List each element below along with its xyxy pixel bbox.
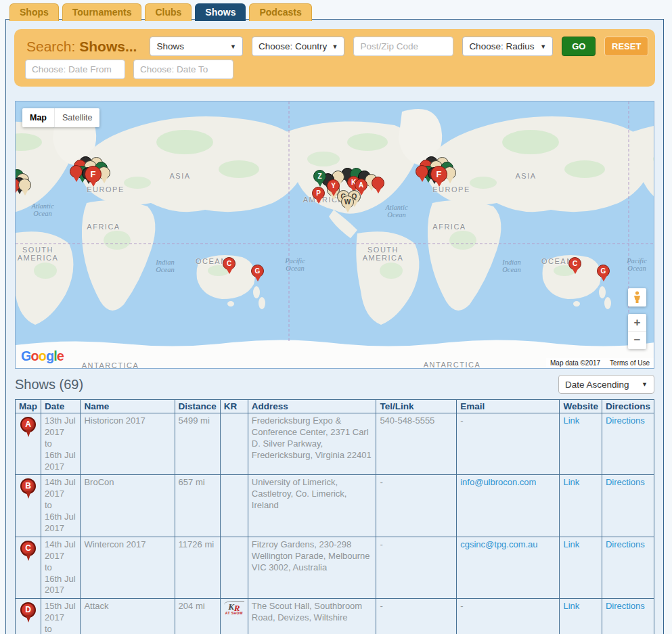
map-marker-a[interactable]: A bbox=[355, 179, 367, 191]
tab-shops[interactable]: Shops bbox=[9, 3, 59, 21]
show-distance: 11726 mi bbox=[175, 537, 220, 598]
map-marker-p[interactable]: P bbox=[312, 187, 325, 200]
terms-of-use-link[interactable]: Terms of Use bbox=[610, 359, 650, 367]
map-marker-f[interactable]: F bbox=[430, 166, 447, 183]
column-header-website: Website bbox=[560, 400, 602, 413]
show-tel: - bbox=[376, 537, 457, 598]
map-marker-w[interactable]: W bbox=[341, 196, 354, 208]
map-marker-z[interactable]: Z bbox=[313, 170, 326, 183]
reset-button[interactable]: RESET bbox=[604, 37, 648, 56]
map-attribution: Map data ©2017 bbox=[550, 359, 600, 367]
column-header-distance: Distance bbox=[175, 400, 220, 413]
main-container: Search: Shows... Shows▼ Choose: Country▼… bbox=[5, 19, 664, 634]
kr-at-show-logo: KRAT SHOW bbox=[224, 601, 244, 615]
email-link[interactable]: cgsinc@tpg.com.au bbox=[460, 539, 537, 549]
map-marker[interactable] bbox=[416, 165, 428, 178]
shows-heading: Shows (69) bbox=[15, 377, 83, 392]
show-address: Fitzroy Gardens, 230-298 Wellington Para… bbox=[248, 537, 376, 598]
tab-clubs[interactable]: Clubs bbox=[145, 3, 192, 21]
country-select[interactable]: Choose: Country▼ bbox=[252, 37, 344, 56]
show-email[interactable]: cgsinc@tpg.com.au bbox=[457, 537, 560, 598]
show-date: 15th Jul 2017to16th Jul 2017 bbox=[41, 599, 81, 634]
show-tel: - bbox=[376, 599, 457, 634]
show-distance: 204 mi bbox=[175, 599, 220, 634]
map-view-button[interactable]: Map bbox=[22, 108, 54, 127]
row-pin-c[interactable]: C bbox=[20, 541, 36, 556]
tab-podcasts[interactable]: Podcasts bbox=[249, 3, 311, 21]
directions-link[interactable]: Directions bbox=[606, 601, 645, 611]
map-marker-g[interactable]: G bbox=[597, 265, 610, 277]
column-header-tel-link: Tel/Link bbox=[376, 400, 457, 413]
pegman-icon bbox=[633, 291, 642, 304]
website-link[interactable]: Link bbox=[563, 539, 579, 549]
column-header-name: Name bbox=[81, 400, 175, 413]
directions-link[interactable]: Directions bbox=[606, 477, 645, 487]
map-marker[interactable] bbox=[18, 179, 31, 191]
type-select[interactable]: Shows▼ bbox=[150, 37, 242, 56]
kr-cell: KRAT SHOW bbox=[220, 599, 248, 634]
map-marker-g[interactable]: G bbox=[251, 265, 264, 277]
date-to-input[interactable] bbox=[133, 60, 233, 79]
pegman-control[interactable] bbox=[628, 288, 646, 307]
kr-cell bbox=[220, 475, 248, 537]
chevron-down-icon: ▼ bbox=[540, 43, 546, 50]
column-header-directions: Directions bbox=[602, 400, 654, 413]
table-row: C14th Jul 2017to16th Jul 2017Wintercon 2… bbox=[16, 537, 654, 598]
website-link[interactable]: Link bbox=[563, 477, 579, 487]
show-name: Historicon 2017 bbox=[81, 413, 175, 475]
table-header-row: MapDateNameDistanceKRAddressTel/LinkEmai… bbox=[16, 400, 654, 413]
search-title: Search: Shows... bbox=[26, 39, 137, 55]
go-button[interactable]: GO bbox=[562, 37, 596, 56]
email-link[interactable]: info@ulbrocon.com bbox=[460, 477, 536, 487]
table-body: A13th Jul 2017to16th Jul 2017Historicon … bbox=[16, 413, 654, 634]
row-pin-a[interactable]: A bbox=[20, 417, 36, 432]
map-marker[interactable] bbox=[372, 177, 384, 189]
table-row: D15th Jul 2017to16th Jul 2017Attack204 m… bbox=[16, 599, 654, 634]
zoom-out-button[interactable]: − bbox=[628, 332, 646, 349]
row-pin-b[interactable]: B bbox=[20, 478, 36, 494]
map-marker-c[interactable]: C bbox=[223, 257, 236, 270]
column-header-kr: KR bbox=[220, 400, 248, 413]
directions-link[interactable]: Directions bbox=[606, 415, 645, 426]
kr-cell bbox=[220, 537, 248, 598]
map-type-control: Map Satellite bbox=[22, 108, 99, 127]
column-header-map: Map bbox=[16, 400, 41, 413]
row-pin-d[interactable]: D bbox=[20, 602, 36, 618]
show-address: The Scout Hall, Southbroom Road, Devizes… bbox=[248, 599, 376, 634]
show-address: Fredericksburg Expo & Conference Center,… bbox=[248, 413, 376, 475]
chevron-down-icon: ▼ bbox=[332, 43, 338, 50]
map[interactable]: EUROPEASIAAFRICAAtlantic OceanSOUTH AMER… bbox=[15, 101, 654, 369]
directions-link[interactable]: Directions bbox=[606, 539, 645, 549]
zoom-in-button[interactable]: + bbox=[628, 314, 646, 332]
sort-select[interactable]: Date Ascending▼ bbox=[558, 375, 654, 394]
map-marker-y[interactable]: Y bbox=[327, 179, 340, 192]
show-email[interactable]: info@ulbrocon.com bbox=[457, 475, 560, 537]
tab-bar: ShopsTournamentsClubsShowsPodcasts bbox=[9, 3, 312, 21]
radius-select[interactable]: Choose: Radius▼ bbox=[462, 37, 553, 56]
chevron-down-icon: ▼ bbox=[230, 43, 236, 50]
map-marker[interactable] bbox=[70, 165, 83, 178]
tab-tournaments[interactable]: Tournaments bbox=[62, 3, 142, 21]
map-marker-f[interactable]: F bbox=[85, 166, 102, 183]
website-link[interactable]: Link bbox=[563, 601, 579, 611]
map-landmass bbox=[16, 101, 654, 369]
table-row: B14th Jul 2017to16th Jul 2017BroCon657 m… bbox=[16, 475, 654, 537]
tab-shows[interactable]: Shows bbox=[195, 3, 246, 21]
show-email: - bbox=[457, 413, 560, 475]
column-header-address: Address bbox=[248, 400, 376, 413]
show-name: BroCon bbox=[81, 475, 175, 537]
show-tel: 540-548-5555 bbox=[376, 413, 457, 475]
show-address: University of Limerick, Castletroy, Co. … bbox=[248, 475, 376, 537]
website-link[interactable]: Link bbox=[563, 415, 579, 426]
kr-cell bbox=[220, 413, 248, 475]
map-marker-c[interactable]: C bbox=[568, 257, 581, 270]
postzip-input[interactable] bbox=[353, 37, 453, 56]
shows-table: MapDateNameDistanceKRAddressTel/LinkEmai… bbox=[15, 399, 654, 634]
date-from-input[interactable] bbox=[25, 60, 125, 79]
google-logo: Google bbox=[21, 348, 64, 364]
satellite-view-button[interactable]: Satellite bbox=[54, 108, 99, 127]
page: ShopsTournamentsClubsShowsPodcasts Searc… bbox=[0, 0, 672, 634]
show-tel: - bbox=[376, 475, 457, 537]
show-name: Attack bbox=[81, 599, 175, 634]
show-date: 14th Jul 2017to16th Jul 2017 bbox=[41, 537, 81, 598]
